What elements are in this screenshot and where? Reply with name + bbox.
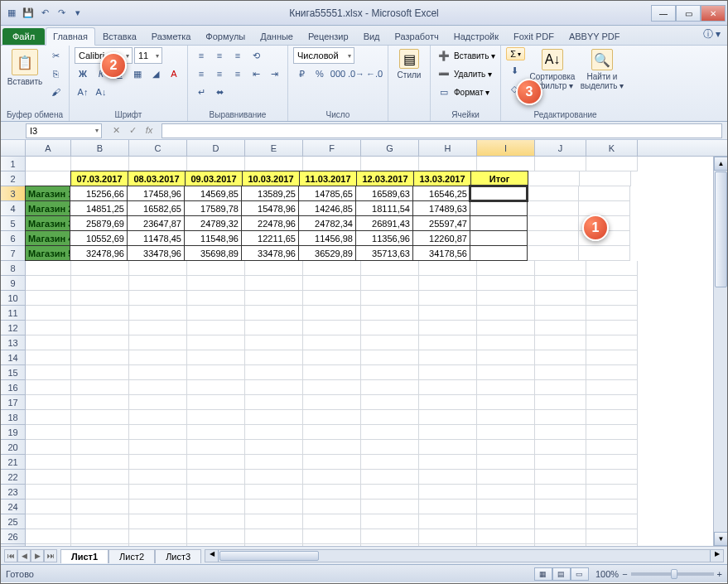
cell[interactable] bbox=[71, 157, 129, 171]
cell[interactable] bbox=[535, 544, 586, 546]
cell[interactable] bbox=[129, 157, 187, 171]
cell[interactable] bbox=[361, 291, 419, 306]
cell[interactable]: Магазин 3 bbox=[25, 215, 70, 231]
cell[interactable]: Итог bbox=[470, 171, 528, 186]
cell[interactable] bbox=[71, 321, 129, 335]
cell[interactable] bbox=[26, 365, 71, 380]
cell[interactable] bbox=[303, 395, 361, 410]
cell[interactable] bbox=[535, 455, 586, 470]
cell[interactable] bbox=[71, 485, 129, 500]
cell[interactable] bbox=[129, 514, 187, 529]
cell[interactable] bbox=[528, 231, 579, 246]
cell[interactable] bbox=[245, 425, 303, 440]
cell[interactable] bbox=[477, 485, 535, 500]
cell[interactable] bbox=[129, 440, 187, 455]
sheet-nav-next-icon[interactable]: ▶ bbox=[31, 549, 44, 562]
cell[interactable]: 10552,69 bbox=[70, 230, 128, 246]
cell[interactable] bbox=[535, 276, 586, 291]
percent-icon[interactable]: % bbox=[311, 65, 328, 82]
cell[interactable] bbox=[129, 410, 187, 425]
cell[interactable] bbox=[303, 425, 361, 440]
cell[interactable] bbox=[26, 455, 71, 470]
sheet-tab[interactable]: Лист1 bbox=[60, 549, 108, 563]
cell[interactable] bbox=[71, 380, 129, 395]
cell[interactable]: 11456,98 bbox=[298, 230, 356, 246]
cell[interactable] bbox=[129, 425, 187, 440]
cell[interactable] bbox=[187, 485, 245, 500]
cell[interactable] bbox=[71, 470, 129, 485]
cell[interactable]: 17489,63 bbox=[412, 200, 470, 216]
cell[interactable] bbox=[71, 365, 129, 380]
cut-icon[interactable]: ✂ bbox=[47, 47, 64, 64]
cell[interactable] bbox=[245, 157, 303, 171]
cell[interactable] bbox=[419, 395, 477, 410]
cell[interactable] bbox=[535, 470, 586, 485]
cell[interactable] bbox=[361, 410, 419, 425]
cell[interactable] bbox=[586, 544, 638, 546]
cell[interactable]: 16582,65 bbox=[127, 200, 185, 216]
cell[interactable] bbox=[361, 529, 419, 544]
cell[interactable] bbox=[528, 216, 579, 231]
ribbon-tab-2[interactable]: Разметка bbox=[144, 27, 199, 45]
cell[interactable] bbox=[419, 306, 477, 321]
cell[interactable] bbox=[470, 230, 528, 246]
ribbon-tab-8[interactable]: Надстройк bbox=[446, 27, 506, 45]
cell[interactable] bbox=[361, 544, 419, 546]
cell[interactable] bbox=[303, 514, 361, 529]
cell[interactable] bbox=[586, 425, 638, 440]
cell[interactable]: 33478,96 bbox=[241, 245, 299, 261]
cell[interactable]: 07.03.2017 bbox=[70, 171, 128, 186]
cell[interactable] bbox=[129, 321, 187, 335]
cell[interactable]: 33478,96 bbox=[127, 245, 185, 261]
enter-formula-icon[interactable]: ✓ bbox=[125, 125, 140, 136]
cell[interactable] bbox=[586, 410, 638, 425]
cell[interactable] bbox=[245, 529, 303, 544]
row-header[interactable]: 15 bbox=[1, 365, 26, 380]
cell[interactable] bbox=[586, 291, 638, 306]
cell[interactable]: 08.03.2017 bbox=[128, 171, 186, 186]
cell[interactable] bbox=[245, 410, 303, 425]
fx-icon[interactable]: fx bbox=[142, 125, 157, 136]
cell[interactable] bbox=[586, 470, 638, 485]
cell[interactable] bbox=[129, 365, 187, 380]
cell[interactable] bbox=[26, 425, 71, 440]
currency-icon[interactable]: ₽ bbox=[293, 65, 310, 82]
sheet-nav-first-icon[interactable]: ⏮ bbox=[4, 549, 17, 562]
cell[interactable] bbox=[187, 529, 245, 544]
cell[interactable]: Магазин 4 bbox=[25, 230, 70, 246]
cell[interactable] bbox=[187, 261, 245, 276]
find-select-button[interactable]: 🔍 Найти и выделить ▾ bbox=[580, 47, 624, 90]
zoom-thumb[interactable] bbox=[671, 569, 677, 579]
cell[interactable] bbox=[477, 544, 535, 546]
cell[interactable]: 17458,96 bbox=[127, 186, 185, 201]
align-center-icon[interactable]: ≡ bbox=[211, 65, 228, 82]
cell[interactable] bbox=[361, 440, 419, 455]
cell[interactable] bbox=[477, 350, 535, 365]
cell[interactable] bbox=[361, 350, 419, 365]
cell[interactable] bbox=[71, 514, 129, 529]
cell[interactable] bbox=[187, 440, 245, 455]
cell[interactable] bbox=[303, 440, 361, 455]
orientation-icon[interactable]: ⟲ bbox=[248, 47, 264, 64]
styles-button[interactable]: ▤ Стили bbox=[393, 47, 425, 80]
border-button[interactable]: ▦ bbox=[129, 65, 146, 82]
cell[interactable] bbox=[245, 261, 303, 276]
row-header[interactable]: 11 bbox=[1, 306, 26, 321]
cell[interactable] bbox=[26, 500, 71, 514]
column-header[interactable]: D bbox=[187, 140, 245, 156]
cell[interactable] bbox=[245, 380, 303, 395]
scroll-up-icon[interactable]: ▲ bbox=[714, 157, 727, 171]
cell[interactable] bbox=[535, 291, 586, 306]
cell[interactable] bbox=[187, 514, 245, 529]
cell[interactable] bbox=[361, 395, 419, 410]
cell[interactable]: 34178,56 bbox=[412, 245, 470, 261]
cell[interactable] bbox=[71, 306, 129, 321]
autosum-button[interactable]: Σ▾ bbox=[506, 47, 525, 60]
maximize-button[interactable]: ▭ bbox=[676, 5, 701, 22]
cell[interactable] bbox=[586, 276, 638, 291]
cell[interactable] bbox=[187, 321, 245, 335]
indent-inc-icon[interactable]: ⇥ bbox=[266, 65, 282, 82]
cell[interactable] bbox=[187, 544, 245, 546]
column-header[interactable]: K bbox=[586, 140, 638, 156]
cell[interactable] bbox=[303, 291, 361, 306]
